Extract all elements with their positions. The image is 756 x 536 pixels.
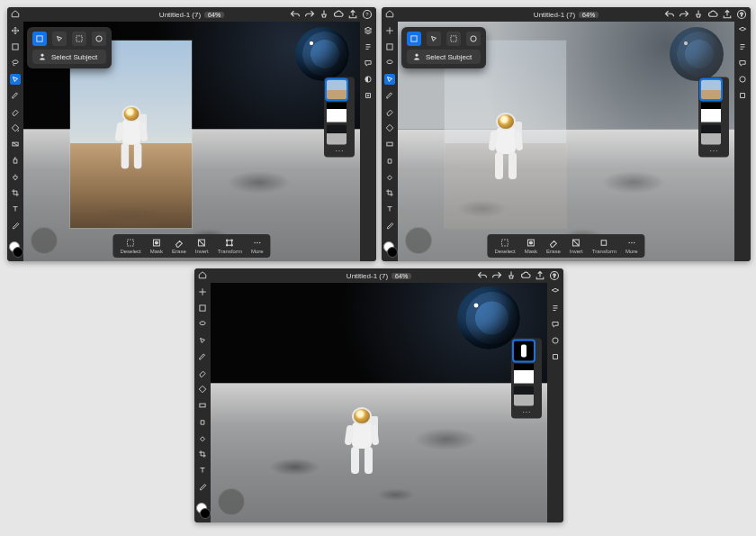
- clone-tool-icon[interactable]: [197, 416, 208, 427]
- erase-button[interactable]: Erase: [168, 236, 190, 256]
- move-tool-icon[interactable]: [384, 25, 395, 36]
- more-button[interactable]: More: [248, 236, 267, 256]
- transform-button[interactable]: Transform: [214, 236, 246, 256]
- share-icon[interactable]: [535, 270, 545, 281]
- invert-button[interactable]: Invert: [566, 236, 587, 256]
- fill-tool-icon[interactable]: [10, 123, 21, 133]
- help-icon[interactable]: ?: [549, 270, 560, 281]
- type-tool-icon[interactable]: [197, 465, 208, 476]
- zoom-badge[interactable]: 64%: [204, 12, 224, 18]
- gradient-tool-icon[interactable]: [10, 139, 21, 150]
- home-icon[interactable]: [385, 9, 394, 18]
- selection-subtract-icon[interactable]: [446, 32, 461, 46]
- quick-select-tool-icon[interactable]: [10, 74, 21, 85]
- zoom-badge[interactable]: 64%: [579, 12, 598, 18]
- mask-button[interactable]: Mask: [521, 236, 541, 256]
- transform-tool-icon[interactable]: [197, 303, 208, 313]
- layers-panel-icon[interactable]: [550, 286, 561, 297]
- heal-tool-icon[interactable]: [197, 432, 208, 443]
- quick-select-tool-icon[interactable]: [197, 335, 208, 346]
- selection-subtract-icon[interactable]: [72, 32, 86, 46]
- export-icon[interactable]: [737, 90, 748, 101]
- share-icon[interactable]: [722, 9, 733, 20]
- layer-thumb-1-mask[interactable]: [327, 103, 346, 123]
- layer-thumb-2[interactable]: [327, 125, 346, 145]
- move-tool-icon[interactable]: [197, 286, 208, 297]
- brush-tool-icon[interactable]: [384, 90, 395, 101]
- crop-tool-icon[interactable]: [384, 187, 395, 198]
- heal-tool-icon[interactable]: [384, 171, 395, 182]
- adjustments-panel-icon[interactable]: [550, 335, 561, 346]
- layers-mini-panel[interactable]: ⋯: [324, 77, 355, 158]
- type-tool-icon[interactable]: [384, 204, 395, 214]
- layers-panel-icon[interactable]: [363, 25, 374, 36]
- comments-panel-icon[interactable]: [737, 58, 748, 68]
- brush-tool-icon[interactable]: [10, 90, 21, 101]
- quick-select-tool-icon[interactable]: [384, 74, 395, 85]
- layer-thumb-2[interactable]: [701, 125, 721, 145]
- home-icon[interactable]: [11, 9, 20, 18]
- selection-new-icon[interactable]: [32, 32, 47, 46]
- eyedropper-tool-icon[interactable]: [10, 220, 21, 231]
- layer-thumb-2[interactable]: [514, 386, 534, 406]
- transform-tool-icon[interactable]: [10, 41, 21, 52]
- select-subject-button[interactable]: Select Subject: [407, 50, 481, 64]
- pin-icon[interactable]: [693, 9, 704, 20]
- help-icon[interactable]: ?: [736, 9, 747, 20]
- help-icon[interactable]: ?: [362, 9, 373, 20]
- undo-icon[interactable]: [477, 270, 488, 281]
- layers-more-icon[interactable]: ⋯: [514, 409, 539, 416]
- selection-add-icon[interactable]: [427, 32, 441, 46]
- layer-thumb-1-mask[interactable]: [514, 364, 534, 384]
- layers-panel-icon[interactable]: [737, 25, 748, 36]
- layers-mini-panel[interactable]: ⋯: [511, 339, 542, 419]
- deselect-button[interactable]: Deselect: [116, 236, 144, 256]
- layers-mini-panel[interactable]: ⋯: [698, 77, 729, 158]
- select-subject-button[interactable]: Select Subject: [32, 50, 106, 64]
- redo-icon[interactable]: [491, 270, 502, 281]
- selection-intersect-icon[interactable]: [466, 32, 481, 46]
- eraser-tool-icon[interactable]: [384, 106, 395, 117]
- layer-thumb-1[interactable]: [327, 80, 346, 100]
- color-swatch[interactable]: [383, 241, 396, 254]
- properties-panel-icon[interactable]: [550, 303, 561, 313]
- zoom-badge[interactable]: 64%: [392, 273, 411, 279]
- comments-panel-icon[interactable]: [550, 319, 561, 330]
- mask-button[interactable]: Mask: [147, 236, 166, 256]
- selection-add-icon[interactable]: [52, 32, 67, 46]
- gradient-tool-icon[interactable]: [384, 139, 395, 150]
- clone-tool-icon[interactable]: [384, 155, 395, 166]
- layers-more-icon[interactable]: ⋯: [701, 148, 726, 155]
- layer-thumb-silhouette[interactable]: [514, 341, 534, 361]
- share-icon[interactable]: [347, 9, 358, 20]
- touch-shortcut[interactable]: [31, 227, 58, 254]
- transform-button[interactable]: Transform: [589, 236, 620, 256]
- export-icon[interactable]: [550, 351, 561, 362]
- color-swatch[interactable]: [9, 241, 22, 254]
- lasso-tool-icon[interactable]: [384, 58, 395, 68]
- fill-tool-icon[interactable]: [197, 384, 208, 395]
- undo-icon[interactable]: [664, 9, 675, 20]
- eyedropper-tool-icon[interactable]: [197, 481, 208, 492]
- cloud-icon[interactable]: [333, 9, 344, 20]
- fill-tool-icon[interactable]: [384, 123, 395, 133]
- layer-thumb-1-mask[interactable]: [701, 103, 721, 123]
- canvas[interactable]: ⋯: [211, 283, 547, 522]
- invert-button[interactable]: Invert: [192, 236, 212, 256]
- deselect-button[interactable]: Deselect: [490, 236, 518, 256]
- layer-thumb-1[interactable]: [701, 80, 721, 100]
- crop-tool-icon[interactable]: [10, 187, 21, 198]
- brush-tool-icon[interactable]: [197, 351, 208, 362]
- eyedropper-tool-icon[interactable]: [384, 220, 395, 231]
- cloud-icon[interactable]: [520, 270, 531, 281]
- redo-icon[interactable]: [679, 9, 689, 20]
- erase-button[interactable]: Erase: [543, 236, 564, 256]
- touch-shortcut[interactable]: [405, 227, 432, 254]
- touch-shortcut[interactable]: [218, 488, 245, 515]
- lasso-tool-icon[interactable]: [10, 58, 21, 68]
- type-tool-icon[interactable]: [10, 204, 21, 214]
- undo-icon[interactable]: [290, 9, 301, 20]
- crop-tool-icon[interactable]: [197, 449, 208, 459]
- heal-tool-icon[interactable]: [10, 171, 21, 182]
- adjustments-panel-icon[interactable]: [363, 74, 374, 85]
